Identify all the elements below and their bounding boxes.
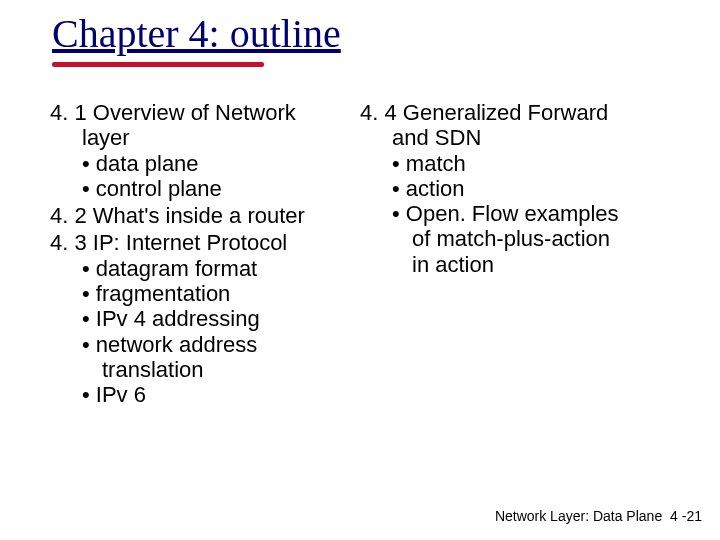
bullet-text: fragmentation [82, 281, 230, 306]
section-heading-text: IP: Internet Protocol [93, 230, 287, 255]
bullet-cont: in action [360, 252, 670, 277]
section-heading: 4. 2 What's inside a router [50, 203, 350, 228]
bullet-text: data plane [82, 151, 199, 176]
bullet-item: IPv 6 [50, 382, 350, 407]
section-4-3: 4. 3 IP: Internet Protocol datagram form… [50, 230, 350, 407]
bullet-item: datagram format [50, 256, 350, 281]
content-columns: 4. 1 Overview of Network layer data plan… [50, 100, 690, 410]
right-column: 4. 4 Generalized Forward and SDN match a… [360, 100, 670, 410]
slide-footer: Network Layer: Data Plane 4 -21 [495, 508, 702, 524]
bullet-item: fragmentation [50, 281, 350, 306]
bullet-item: control plane [50, 176, 350, 201]
bullet-text: IPv 4 addressing [82, 306, 260, 331]
section-heading-cont: layer [50, 125, 350, 150]
bullet-text: Open. Flow examples [392, 201, 619, 226]
bullet-item: Open. Flow examples [360, 201, 670, 226]
bullet-cont: of match-plus-action [360, 226, 670, 251]
section-number: 4. 3 [50, 230, 87, 255]
bullet-item: action [360, 176, 670, 201]
left-column: 4. 1 Overview of Network layer data plan… [50, 100, 350, 410]
footer-label: Network Layer: Data Plane [495, 508, 662, 524]
section-number: 4. 2 [50, 203, 87, 228]
bullet-item: IPv 4 addressing [50, 306, 350, 331]
section-heading: 4. 3 IP: Internet Protocol [50, 230, 350, 255]
bullet-item: match [360, 151, 670, 176]
section-heading: 4. 4 Generalized Forward [360, 100, 670, 125]
title-red-underline [52, 62, 264, 67]
bullet-item: network address [50, 332, 350, 357]
footer-page-number: 4 -21 [670, 508, 702, 524]
slide: Chapter 4: outline 4. 1 Overview of Netw… [0, 0, 720, 540]
bullet-text: datagram format [82, 256, 257, 281]
section-4-2: 4. 2 What's inside a router [50, 203, 350, 228]
bullet-item: data plane [50, 151, 350, 176]
section-number: 4. 1 [50, 100, 87, 125]
section-heading-text: Overview of Network [93, 100, 296, 125]
section-heading-text: Generalized Forward [403, 100, 608, 125]
section-heading: 4. 1 Overview of Network [50, 100, 350, 125]
section-4-1: 4. 1 Overview of Network layer data plan… [50, 100, 350, 201]
bullet-text: match [392, 151, 466, 176]
section-4-4: 4. 4 Generalized Forward and SDN match a… [360, 100, 670, 277]
bullet-text: IPv 6 [82, 382, 146, 407]
section-heading-cont: and SDN [360, 125, 670, 150]
slide-title: Chapter 4: outline [52, 10, 341, 57]
bullet-cont: translation [50, 357, 350, 382]
bullet-text: action [392, 176, 465, 201]
section-number: 4. 4 [360, 100, 397, 125]
bullet-text: control plane [82, 176, 222, 201]
section-heading-text: What's inside a router [93, 203, 305, 228]
bullet-text: network address [82, 332, 257, 357]
